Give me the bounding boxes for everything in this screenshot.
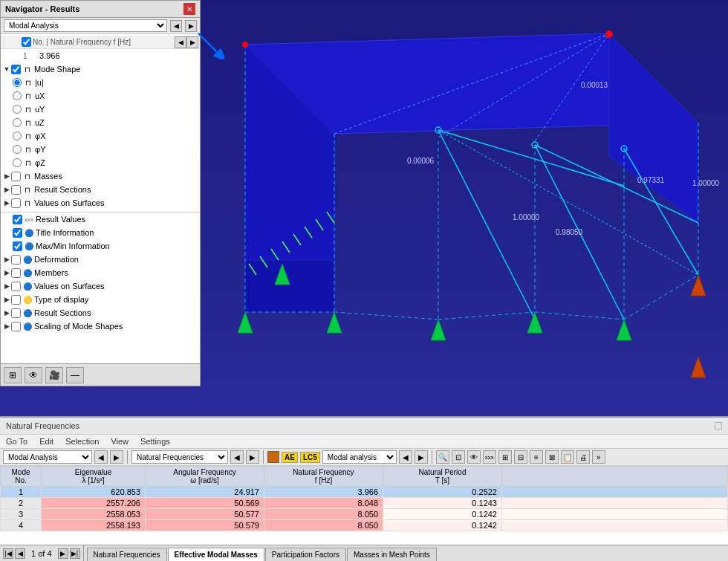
ux-row[interactable]: ⊓ uX — [1, 89, 200, 103]
toolbar-more-btn[interactable]: » — [592, 450, 605, 464]
nav-prev-button[interactable]: ◀ — [170, 20, 182, 32]
toolbar-freq-prev-btn[interactable]: ◀ — [230, 450, 244, 464]
nav-close-button[interactable]: ✕ — [183, 3, 195, 15]
menu-view[interactable]: View — [109, 436, 130, 447]
freq-value-row[interactable]: 1 3.966 — [1, 49, 200, 62]
collapse-icon[interactable]: □ — [715, 419, 722, 432]
menu-goto[interactable]: Go To — [4, 436, 29, 447]
toolbar-btn6[interactable]: ⊟ — [514, 450, 527, 464]
tab-participation-factors[interactable]: Participation Factors — [265, 548, 346, 561]
rs2-check[interactable] — [11, 308, 21, 318]
toolbar-prev-btn[interactable]: ◀ — [94, 450, 108, 464]
phix-radio[interactable] — [13, 132, 22, 140]
td-expand[interactable]: ▶ — [2, 295, 11, 304]
mode-shape-check[interactable] — [11, 65, 21, 74]
table-row[interactable]: 1 620.853 24.917 3.966 0.2522 — [1, 487, 728, 498]
toolbar-btn10[interactable]: 🖨 — [576, 450, 590, 464]
toolbar-filter-btn[interactable]: ⊡ — [452, 450, 465, 464]
rs1-check[interactable] — [11, 185, 21, 195]
td-check[interactable] — [11, 295, 21, 305]
vs1-check[interactable] — [11, 198, 21, 208]
rs2-expand[interactable]: ▶ — [2, 308, 11, 317]
toolbar-btn7[interactable]: ≡ — [530, 450, 543, 464]
mem-check[interactable] — [11, 268, 21, 278]
table-row[interactable]: 4 2558.193 50.579 8.050 0.1242 — [1, 520, 728, 531]
prev-page-btn[interactable]: ◀ — [15, 548, 25, 559]
ux-radio[interactable] — [13, 91, 22, 100]
scaling-check[interactable] — [11, 322, 21, 331]
result-values-check[interactable] — [13, 215, 22, 224]
menu-selection[interactable]: Selection — [64, 436, 100, 447]
nav-content: No. | Natural Frequency f [Hz] ◀ ▶ 1 3.9… — [1, 34, 200, 363]
phiz-radio[interactable] — [13, 158, 22, 167]
members-row[interactable]: ▶ 🔵 Members — [1, 266, 200, 279]
mem-expand[interactable]: ▶ — [2, 268, 11, 277]
values-surfaces-1-row[interactable]: ▶ ⊓ Values on Surfaces — [1, 196, 200, 210]
toolbar-modal-prev[interactable]: ◀ — [399, 450, 412, 464]
scaling-row[interactable]: ▶ 🔵 Scaling of Mode Shapes — [1, 320, 200, 333]
type-display-row[interactable]: ▶ 🟡 Type of display — [1, 293, 200, 306]
mode-shape-row[interactable]: ▼ ⊓ Mode Shape — [1, 62, 200, 76]
tab-effective-modal-masses[interactable]: Effective Modal Masses — [168, 548, 264, 561]
nav-ruler-btn[interactable]: — — [66, 367, 84, 383]
last-page-btn[interactable]: ▶| — [70, 548, 80, 559]
toolbar-next-btn[interactable]: ▶ — [110, 450, 123, 464]
masses-expand[interactable]: ▶ — [2, 172, 11, 181]
freq-col-check[interactable] — [22, 37, 31, 47]
toolbar-freq-dropdown[interactable]: Natural Frequencies — [131, 450, 228, 464]
masses-check[interactable] — [11, 172, 21, 181]
maxmin-row[interactable]: 🔵 Max/Min Information — [1, 239, 200, 253]
def-check[interactable] — [11, 255, 21, 265]
result-values-row[interactable]: xxx Result Values — [1, 213, 200, 226]
uy-row[interactable]: ⊓ uY — [1, 103, 200, 116]
toolbar-modal-next[interactable]: ▶ — [415, 450, 428, 464]
toolbar-xxx-btn[interactable]: xxx — [483, 450, 496, 464]
u-abs-row[interactable]: ⊓ |u| — [1, 76, 200, 89]
toolbar-freq-next-btn[interactable]: ▶ — [246, 450, 259, 464]
freq-prev-btn[interactable]: ◀ — [175, 36, 186, 48]
nav-analysis-dropdown[interactable]: Modal Analysis — [4, 19, 167, 32]
deformation-row[interactable]: ▶ 🔵 Deformation — [1, 253, 200, 266]
vs1-expand[interactable]: ▶ — [2, 198, 11, 207]
title-info-row[interactable]: 🔵 Title Information — [1, 226, 200, 239]
uz-row[interactable]: ⊓ uZ — [1, 116, 200, 129]
toolbar-analysis-dropdown[interactable]: Modal Analysis — [3, 450, 92, 464]
phiy-row[interactable]: ⊓ φY — [1, 143, 200, 156]
menu-edit[interactable]: Edit — [38, 436, 55, 447]
col-natural: Natural Frequencyf [Hz] — [264, 467, 383, 487]
uz-radio[interactable] — [13, 118, 22, 127]
phiz-row[interactable]: ⊓ φZ — [1, 156, 200, 169]
table-row[interactable]: 3 2558.053 50.577 8.050 0.1242 — [1, 509, 728, 520]
maxmin-check[interactable] — [13, 241, 22, 251]
tab-natural-frequencies[interactable]: Natural Frequencies — [87, 548, 167, 561]
menu-settings[interactable]: Settings — [139, 436, 172, 447]
masses-row[interactable]: ▶ ⊓ Masses — [1, 169, 200, 183]
u-abs-radio[interactable] — [13, 78, 22, 87]
first-page-btn[interactable]: |◀ — [3, 548, 13, 559]
phiy-radio[interactable] — [13, 145, 22, 154]
tab-masses-in-mesh-points[interactable]: Masses in Mesh Points — [347, 548, 437, 561]
phix-row[interactable]: ⊓ φX — [1, 129, 200, 143]
table-row[interactable]: 2 2557.206 50.569 8.048 0.1243 — [1, 498, 728, 509]
values-surfaces-2-row[interactable]: ▶ 🔵 Values on Surfaces — [1, 279, 200, 293]
nav-view-btn[interactable]: ⊞ — [4, 367, 22, 383]
next-page-btn[interactable]: ▶ — [58, 548, 68, 559]
vs2-check[interactable] — [11, 282, 21, 291]
mode-shape-expand[interactable]: ▼ — [2, 65, 11, 74]
toolbar-modal-dropdown[interactable]: Modal analysis — [322, 450, 397, 464]
result-sections-1-row[interactable]: ▶ ⊓ Result Sections — [1, 183, 200, 196]
toolbar-btn8[interactable]: ⊠ — [545, 450, 559, 464]
scaling-expand[interactable]: ▶ — [2, 322, 11, 331]
toolbar-eye-btn[interactable]: 👁 — [467, 450, 481, 464]
result-sections-2-row[interactable]: ▶ 🔵 Result Sections — [1, 306, 200, 320]
nav-eye-btn[interactable]: 👁 — [25, 367, 42, 383]
rs1-expand[interactable]: ▶ — [2, 185, 11, 194]
vs2-expand[interactable]: ▶ — [2, 282, 11, 291]
uy-radio[interactable] — [13, 105, 22, 114]
title-info-check[interactable] — [13, 228, 22, 238]
def-expand[interactable]: ▶ — [2, 255, 11, 264]
toolbar-search-btn[interactable]: 🔍 — [436, 450, 449, 464]
toolbar-btn9[interactable]: 📋 — [561, 450, 574, 464]
nav-camera-btn[interactable]: 🎥 — [45, 367, 63, 383]
toolbar-btn5[interactable]: ⊞ — [498, 450, 512, 464]
